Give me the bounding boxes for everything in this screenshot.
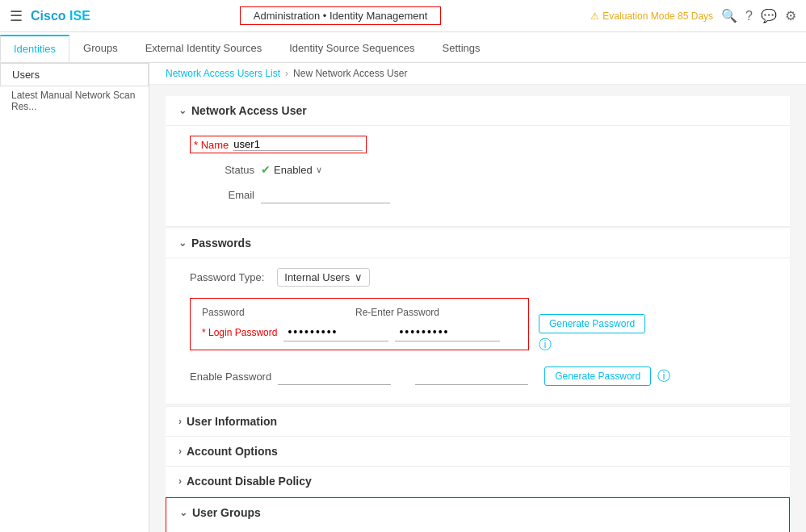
password-type-row: Password Type: Internal Users ∨ [190, 268, 774, 287]
brand-ise: ISE [69, 9, 90, 23]
header-right: ⚠ Evaluation Mode 85 Days 🔍 ? 💬 ⚙ [590, 8, 796, 23]
section-account-disable-policy[interactable]: › Account Disable Policy [166, 466, 790, 496]
status-dropdown-arrow: ∨ [316, 165, 322, 175]
tab-groups[interactable]: Groups [69, 35, 132, 61]
chevron-right-icon-disable-policy: › [178, 475, 182, 487]
pw-col-password-header: Password [202, 307, 307, 318]
brand: Cisco ISE [31, 9, 90, 23]
chevron-right-icon-user-info: › [178, 416, 182, 427]
section-network-access-user: ⌄ Network Access User * Name Status [166, 96, 790, 227]
name-field-wrapper: * Name [190, 136, 367, 153]
enable-password-reenter-input[interactable] [415, 367, 528, 385]
top-header: ☰ Cisco ISE Administration • Identity Ma… [0, 0, 806, 32]
generate-enable-password-button[interactable]: Generate Password [544, 367, 651, 386]
section-user-groups-title: User Groups [192, 506, 261, 519]
chevron-down-icon-passwords: ⌄ [178, 237, 187, 249]
email-label: Email [190, 189, 254, 201]
sidebar: Users Latest Manual Network Scan Res... [0, 63, 149, 532]
email-row: Email [190, 186, 774, 203]
password-type-label: Password Type: [190, 271, 264, 283]
password-columns: Password Re-Enter Password [202, 307, 517, 318]
chevron-right-icon-account-options: › [178, 446, 182, 457]
sidebar-item-latest-scan[interactable]: Latest Manual Network Scan Res... [0, 86, 149, 115]
section-network-access-user-title: Network Access User [191, 104, 307, 117]
section-passwords-title: Passwords [191, 237, 251, 249]
password-type-arrow: ∨ [355, 271, 363, 283]
section-account-options[interactable]: › Account Options [166, 436, 790, 466]
password-box: Password Re-Enter Password * Login Passw… [190, 298, 529, 350]
brand-cisco: Cisco [31, 9, 66, 23]
section-user-groups: ⌄ User Groups ⠿ ALL_ACCOUNTS (default) ∨… [166, 497, 790, 532]
section-account-disable-policy-title: Account Disable Policy [187, 475, 312, 488]
enable-password-label: Enable Password [190, 371, 271, 383]
section-network-access-user-header[interactable]: ⌄ Network Access User [166, 96, 790, 126]
enable-password-info-icon[interactable]: ⓘ [657, 368, 670, 385]
eval-mode-badge: ⚠ Evaluation Mode 85 Days [590, 10, 713, 22]
breadcrumb-current: New Network Access User [293, 68, 407, 79]
email-input[interactable] [261, 186, 390, 203]
help-icon[interactable]: ? [745, 9, 753, 23]
section-user-information-title: User Information [187, 415, 277, 428]
login-password-label: * Login Password [202, 327, 277, 338]
login-password-info-icon[interactable]: ⓘ [539, 337, 645, 354]
header-title: Administration • Identity Management [240, 6, 442, 25]
nav-tabs: Identities Groups External Identity Sour… [0, 32, 806, 63]
name-row: * Name [190, 136, 774, 153]
status-check-icon: ✔ [261, 163, 271, 176]
section-passwords: ⌄ Passwords Password Type: Internal User… [166, 228, 790, 404]
search-icon[interactable]: 🔍 [721, 8, 737, 23]
eval-mode-text: Evaluation Mode 85 Days [602, 10, 713, 22]
status-text: Enabled [274, 164, 313, 176]
breadcrumb-link[interactable]: Network Access Users List [166, 68, 280, 79]
section-user-information[interactable]: › User Information [166, 406, 790, 436]
tab-settings[interactable]: Settings [429, 35, 494, 61]
password-type-select[interactable]: Internal Users ∨ [277, 268, 370, 287]
login-password-reenter-input[interactable] [395, 323, 500, 341]
tab-identities[interactable]: Identities [0, 35, 69, 62]
breadcrumb-separator: › [285, 68, 288, 79]
tab-identity-source-sequences[interactable]: Identity Source Sequences [275, 35, 428, 61]
enable-password-inputs [278, 367, 528, 385]
pw-col-reenter-header: Re-Enter Password [355, 307, 439, 318]
section-passwords-body: Password Type: Internal Users ∨ Password… [166, 258, 790, 404]
main-layout: Users Latest Manual Network Scan Res... … [0, 63, 806, 532]
sidebar-item-users[interactable]: Users [0, 63, 149, 86]
status-dropdown[interactable]: ✔ Enabled ∨ [261, 163, 322, 176]
generate-login-password-button[interactable]: Generate Password [539, 314, 645, 333]
header-center: Administration • Identity Management [90, 6, 591, 25]
section-network-access-user-body: * Name Status ✔ Enabled ∨ [166, 126, 790, 226]
login-password-input[interactable] [283, 323, 388, 341]
section-user-groups-body: ⠿ ALL_ACCOUNTS (default) ∨ − + [166, 527, 789, 532]
login-password-row: * Login Password [202, 323, 517, 341]
name-input[interactable] [233, 138, 363, 151]
status-row: Status ✔ Enabled ∨ [190, 163, 774, 176]
content-area: ⌄ Network Access User * Name Status [149, 85, 806, 532]
enable-password-row: Enable Password Generate Password ⓘ [190, 367, 774, 386]
menu-icon[interactable]: ☰ [10, 7, 23, 25]
password-type-value: Internal Users [284, 271, 350, 283]
chevron-down-icon: ⌄ [178, 105, 187, 116]
name-label: * Name [194, 139, 229, 151]
settings-icon[interactable]: ⚙ [785, 8, 796, 23]
section-passwords-header[interactable]: ⌄ Passwords [166, 228, 790, 258]
tab-external-identity-sources[interactable]: External Identity Sources [132, 35, 276, 61]
section-account-options-title: Account Options [187, 445, 278, 458]
alerts-icon[interactable]: 💬 [761, 8, 777, 23]
enable-password-input[interactable] [278, 367, 391, 385]
breadcrumb: Network Access Users List › New Network … [149, 63, 806, 85]
chevron-down-icon-user-groups: ⌄ [179, 507, 187, 518]
status-label: Status [190, 164, 254, 176]
eval-warning-icon: ⚠ [590, 10, 599, 22]
main-content: Network Access Users List › New Network … [149, 63, 806, 532]
section-user-groups-header[interactable]: ⌄ User Groups [166, 498, 789, 527]
